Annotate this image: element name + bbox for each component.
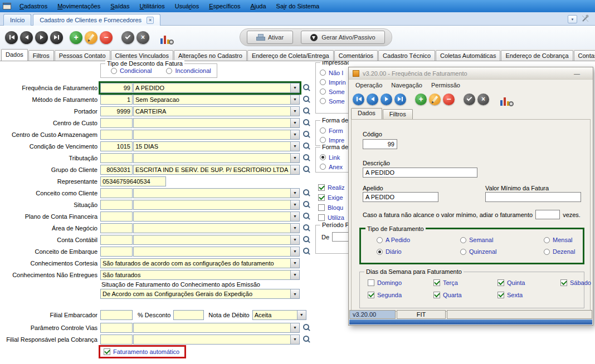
situacao-faturamento-combo[interactable]: De Acordo com as Configurações Gerais do… <box>100 289 300 299</box>
dropdown-arrow-icon[interactable]: ▼ <box>290 289 299 298</box>
chart-button[interactable] <box>159 31 174 44</box>
tab-close-icon[interactable]: × <box>147 17 154 24</box>
radio-option[interactable]: Mensal <box>544 237 583 243</box>
combo-field[interactable]: São faturados ▼ <box>100 270 300 280</box>
checkbox-option[interactable]: Bloqu <box>315 203 349 213</box>
code-input[interactable]: 99 <box>100 83 133 93</box>
apelido-input[interactable]: A PEDIDO <box>363 192 438 202</box>
code-input[interactable] <box>100 130 133 140</box>
descricao-input[interactable]: A PEDIDO <box>363 168 477 178</box>
combo-field[interactable]: ▼ <box>133 200 300 210</box>
code-input[interactable]: 1015 <box>100 141 133 151</box>
radio-option[interactable]: Semanal <box>460 237 544 243</box>
dropdown-arrow-icon[interactable]: ▼ <box>297 311 306 319</box>
record-tab[interactable]: Endereço de Coleta/Entrega <box>247 50 334 61</box>
combo-field[interactable]: Sem Separacao ▼ <box>133 95 300 105</box>
search-icon[interactable] <box>303 142 310 150</box>
previous-record-button[interactable] <box>20 31 33 44</box>
dialog-tab[interactable]: Filtros <box>383 109 413 119</box>
code-input[interactable] <box>100 200 133 210</box>
dropdown-arrow-icon[interactable]: ▼ <box>290 200 299 209</box>
search-icon[interactable] <box>303 323 310 332</box>
code-input[interactable] <box>100 335 133 345</box>
combo-field[interactable]: ▼ <box>133 188 300 198</box>
text-input[interactable]: 05346759640534 <box>100 176 166 186</box>
checkbox-option[interactable]: Quinta <box>498 279 560 286</box>
dropdown-arrow-icon[interactable]: ▼ <box>290 95 299 104</box>
search-icon[interactable] <box>303 200 310 209</box>
valor-minimo-input[interactable] <box>485 192 581 202</box>
checkbox-option[interactable]: Domingo <box>368 279 433 286</box>
code-input[interactable] <box>100 211 133 222</box>
nota-debito-combo[interactable]: Aceita ▼ <box>252 310 306 320</box>
combo-field[interactable]: CARTEIRA ▼ <box>133 106 300 116</box>
dialog-menu-item[interactable]: Operação <box>351 82 387 88</box>
search-icon[interactable] <box>303 154 310 162</box>
combo-field[interactable]: ▼ <box>133 130 300 140</box>
dropdown-arrow-icon[interactable]: ▼ <box>290 323 299 332</box>
faturamento-automatico-checkbox[interactable] <box>104 348 110 355</box>
checkbox-option[interactable]: Sábado <box>560 279 591 286</box>
checkbox-option[interactable]: Exige <box>315 193 349 203</box>
combo-field[interactable]: ▼ <box>133 323 300 333</box>
ativar-button[interactable]: Ativar <box>247 31 293 44</box>
search-icon[interactable] <box>303 165 310 174</box>
dropdown-arrow-icon[interactable]: ▼ <box>290 189 299 198</box>
code-input[interactable] <box>100 247 133 257</box>
tab-list-dropdown-button[interactable]: ▼ <box>568 15 577 23</box>
radio-option[interactable]: Condicional <box>111 67 152 74</box>
codigo-input[interactable]: 99 <box>363 139 397 149</box>
combo-field[interactable]: ▼ <box>133 223 300 233</box>
edit-record-button[interactable] <box>85 31 97 44</box>
code-input[interactable] <box>100 223 133 233</box>
confirm-button[interactable] <box>121 31 134 44</box>
record-tab[interactable]: Endereço de Cobrança <box>501 50 573 61</box>
record-tab[interactable]: Pessoas Contato <box>55 50 110 61</box>
delete-record-button[interactable]: − <box>443 94 455 105</box>
search-icon[interactable] <box>303 335 310 343</box>
record-tab[interactable]: Coletas Automáticas <box>436 50 500 61</box>
checkbox-option[interactable]: Realiz <box>315 183 349 193</box>
desconto-input[interactable] <box>173 310 204 320</box>
code-input[interactable] <box>100 118 133 128</box>
radio-option[interactable]: Imprin <box>320 77 349 87</box>
delete-record-button[interactable]: − <box>100 31 113 44</box>
previous-record-button[interactable] <box>367 94 378 105</box>
record-tab[interactable]: Cadastro Técnico <box>378 50 435 61</box>
dialog-menu-item[interactable]: Navegação <box>387 82 427 88</box>
record-tab[interactable]: Comentários <box>334 50 378 61</box>
radio-option[interactable]: Some <box>320 96 349 106</box>
record-tab[interactable]: Filtros <box>28 50 54 61</box>
radio-option[interactable]: Não I <box>320 68 349 77</box>
add-record-button[interactable]: + <box>415 94 427 105</box>
menu-item[interactable]: Movimentações <box>52 0 105 12</box>
menu-item[interactable]: Cadastros <box>14 0 52 12</box>
filial-embarcador-input[interactable] <box>100 310 133 320</box>
checkbox-option[interactable]: Quarta <box>433 292 498 298</box>
dropdown-arrow-icon[interactable]: ▼ <box>290 224 299 233</box>
dialog-tab[interactable]: Dados <box>351 108 382 119</box>
search-icon[interactable] <box>303 130 310 139</box>
first-record-button[interactable] <box>5 31 18 44</box>
combo-field[interactable]: 15 DIAS ▼ <box>133 141 300 151</box>
dropdown-arrow-icon[interactable]: ▼ <box>290 107 299 116</box>
combo-field[interactable]: ▼ <box>133 247 300 257</box>
search-icon[interactable] <box>303 107 310 115</box>
cancel-button[interactable]: × <box>477 94 489 105</box>
dropdown-arrow-icon[interactable]: ▼ <box>290 335 299 344</box>
last-record-button[interactable] <box>50 31 63 44</box>
dialog-menu-item[interactable]: Permissão <box>427 82 465 88</box>
dropdown-arrow-icon[interactable]: ▼ <box>290 142 299 151</box>
code-input[interactable] <box>100 153 133 163</box>
combo-field[interactable]: ESCRITA IND E SERV. DE SUP. P/ ESCRITORI… <box>133 165 300 175</box>
radio-option[interactable]: Anex <box>320 162 349 171</box>
menu-item[interactable]: Específicos <box>204 0 245 12</box>
combo-field[interactable]: ▼ <box>133 335 300 345</box>
next-record-button[interactable] <box>35 31 48 44</box>
add-record-button[interactable]: + <box>70 31 82 44</box>
gerar-ativo-passivo-button[interactable]: Gerar Ativo/Passivo <box>301 31 385 44</box>
radio-option[interactable]: Quinzenal <box>460 248 544 255</box>
edit-record-button[interactable] <box>429 94 441 105</box>
code-input[interactable] <box>100 235 133 245</box>
search-icon[interactable] <box>303 83 310 92</box>
